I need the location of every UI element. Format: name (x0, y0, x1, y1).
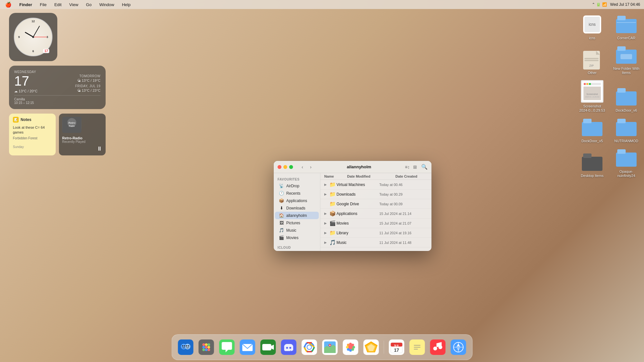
sidebar-item-label-airdrop: AirDrop (286, 184, 299, 188)
back-button[interactable]: ‹ (299, 163, 306, 171)
weather-widget: WEDNESDAY 17 ☁ 13°C / 20°C TOMORROW 🌤 13… (9, 66, 106, 109)
svg-rect-34 (583, 153, 592, 158)
desktop-icons-row-5: Desktop Items Opaque-nuinfinity24 (578, 146, 641, 179)
window-menu[interactable]: Window (98, 2, 115, 8)
forward-button[interactable]: › (307, 163, 314, 171)
dock-item-safari[interactable] (449, 338, 468, 357)
col-modified-header[interactable]: Date Modified (347, 174, 395, 178)
dock-item-photos[interactable] (341, 338, 360, 357)
menubar-controls: ⌃ 🔋 📶 (592, 2, 607, 7)
desktop-icon-new-folder[interactable]: New Folder With Items (612, 43, 641, 76)
row-icon: 📁 (329, 181, 336, 188)
desktop-icon-dockdoor-v5[interactable]: DockDoor_v5 (578, 116, 607, 144)
expand-button[interactable]: ⊞ (412, 163, 419, 171)
close-button[interactable] (278, 165, 281, 169)
nutrianmod-icon (616, 117, 637, 138)
clock-widget: 12 3 6 9 17 (9, 13, 57, 61)
go-menu[interactable]: Go (85, 2, 93, 8)
table-row[interactable]: ▶ 📁 Google Drive Today at 00.09 (320, 199, 431, 209)
sidebar-item-movies[interactable]: 🎬 Movies (275, 234, 319, 241)
svg-point-45 (188, 345, 189, 347)
file-menu[interactable]: File (39, 2, 48, 8)
sidebar-item-downloads[interactable]: ⬇ Downloads (275, 204, 319, 212)
dock-item-music[interactable] (429, 338, 447, 357)
svg-point-47 (203, 343, 205, 346)
dock-item-finder[interactable] (176, 338, 195, 357)
sidebar-item-music[interactable]: 🎵 Music (275, 227, 319, 234)
sidebar-item-recents[interactable]: 🕐 Recents (275, 190, 319, 197)
table-row[interactable]: ▶ 🎵 Music 11 Jul 2024 at 11.48 (320, 238, 431, 247)
sidebar-item-pictures[interactable]: 🖼 Pictures (275, 219, 319, 227)
dock-item-calendar[interactable]: JUL 17 (387, 338, 406, 357)
finder-body: Favourites 📡 AirDrop 🕐 Recents 📦 Applica… (274, 173, 431, 251)
view-menu[interactable]: View (68, 2, 80, 8)
desktop-icon-dockdoor-v6[interactable]: DockDoor_v6 (612, 85, 641, 114)
maximize-button[interactable] (289, 165, 293, 169)
svg-rect-8 (617, 16, 626, 20)
disclosure-icon: ▶ (324, 192, 329, 196)
desktop-icon-cornercar[interactable]: CornerCAR (612, 13, 641, 42)
desktop-icon-icns[interactable]: icns icns (578, 13, 607, 42)
disclosure-icon: ▶ (324, 231, 329, 235)
desktop-icons-row-1: icns icns CornerCAR (578, 13, 641, 42)
desktop-icon-other[interactable]: ZIP Other (578, 48, 607, 76)
table-row[interactable]: ▶ 📦 Applications 15 Jul 2024 at 21.14 (320, 209, 431, 218)
desktop-icon-desktop-items[interactable]: Desktop Items (578, 151, 607, 179)
edit-menu[interactable]: Edit (53, 2, 63, 8)
svg-rect-98 (430, 339, 446, 355)
help-menu[interactable]: Help (121, 2, 132, 8)
notes-content: Look at these C= 64 games (13, 125, 52, 135)
svg-point-48 (205, 343, 208, 346)
dock-item-notes[interactable] (408, 338, 427, 357)
row-icon: 📁 (329, 191, 336, 197)
dock-item-launchpad[interactable] (197, 338, 216, 357)
svg-text:Retro: Retro (68, 121, 75, 125)
finder-search-button[interactable]: 🔍 (421, 164, 428, 170)
svg-rect-16 (617, 46, 626, 51)
desktop-icon-nutrianmod[interactable]: NUTRIANMOD (612, 116, 641, 144)
col-created-header[interactable]: Date Created (395, 174, 428, 178)
sidebar-item-label-allannyholm: allannyholm (286, 213, 307, 218)
disclosure-icon: ▶ (324, 221, 329, 225)
sidebar-item-shared[interactable]: ☁ Shared (275, 250, 319, 251)
apple-menu[interactable]: 🍎 (4, 1, 13, 8)
svg-point-82 (347, 348, 350, 351)
dock-item-mail[interactable] (238, 338, 257, 357)
col-name-header[interactable]: Name (324, 174, 347, 178)
svg-point-54 (205, 348, 208, 351)
svg-point-51 (205, 346, 208, 348)
finder-title: allannyholm (317, 164, 401, 169)
svg-point-80 (347, 344, 350, 346)
app-name-menu[interactable]: Finder (18, 2, 33, 8)
dock-item-messages[interactable] (218, 338, 236, 357)
dock-item-chrome[interactable] (300, 338, 319, 357)
svg-rect-13 (584, 60, 599, 61)
table-row[interactable]: ▶ 📁 Library 11 Jul 2024 at 19.16 (320, 228, 431, 238)
dock-item-sketch[interactable] (362, 338, 381, 357)
finder-nav: ‹ › (299, 163, 314, 171)
svg-rect-32 (617, 119, 626, 123)
svg-text:Radio: Radio (69, 125, 75, 127)
table-row[interactable]: ▶ 🎬 Movies 15 Jul 2024 at 21.07 (320, 218, 431, 228)
minimize-button[interactable] (283, 165, 287, 169)
dock-item-maps[interactable] (321, 338, 339, 357)
view-toggle-button[interactable]: ≡↕ (404, 163, 411, 171)
cornercar-icon (616, 14, 637, 35)
desktop-icon-opaque[interactable]: Opaque-nuinfinity24 (612, 146, 641, 179)
sidebar-item-allannyholm[interactable]: 🏠 allannyholm (275, 212, 319, 219)
sidebar-item-applications[interactable]: 📦 Applications (275, 197, 319, 204)
dock-item-discord[interactable] (279, 338, 298, 357)
desktop-icon-screenshot[interactable]: Screenshot 2024-0...0.29.53 Screenshot 2… (578, 79, 607, 114)
table-row[interactable]: ▶ 📁 Downloads Today at 00.29 (320, 190, 431, 199)
sidebar-item-airdrop[interactable]: 📡 AirDrop (275, 182, 319, 190)
table-row[interactable]: ▶ 📁 Virtual Machines Today at 00.46 (320, 180, 431, 190)
dockdoor-v6-label: DockDoor_v6 (616, 108, 637, 113)
weather-friday-temp: 🌤 13°C / 23°C (75, 88, 100, 92)
clock-num-9: 9 (18, 35, 20, 39)
music-sidebar-icon: 🎵 (279, 228, 284, 233)
svg-text:Screenshot: Screenshot (586, 93, 598, 95)
svg-point-81 (352, 344, 354, 346)
clock-num-6: 6 (32, 50, 34, 53)
downloads-sidebar-icon: ⬇ (279, 206, 284, 210)
dock-item-facetime[interactable] (259, 338, 278, 357)
